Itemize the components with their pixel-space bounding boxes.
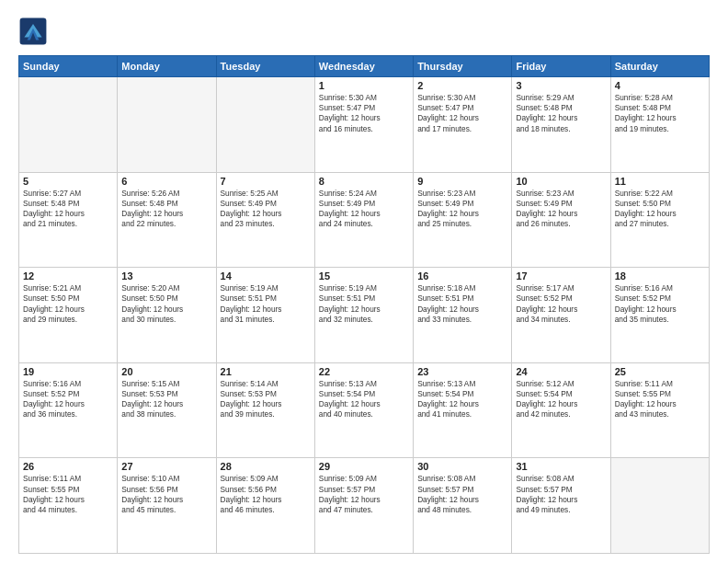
calendar-cell: 21Sunrise: 5:14 AM Sunset: 5:53 PM Dayli…	[216, 362, 314, 458]
day-info: Sunrise: 5:23 AM Sunset: 5:49 PM Dayligh…	[516, 189, 606, 230]
calendar-cell	[118, 77, 216, 173]
page: SundayMondayTuesdayWednesdayThursdayFrid…	[0, 0, 728, 563]
day-number: 8	[319, 176, 409, 187]
logo-icon	[18, 17, 48, 46]
calendar-cell: 6Sunrise: 5:26 AM Sunset: 5:48 PM Daylig…	[118, 172, 216, 268]
calendar-cell: 14Sunrise: 5:19 AM Sunset: 5:51 PM Dayli…	[216, 268, 314, 363]
calendar-cell: 27Sunrise: 5:10 AM Sunset: 5:56 PM Dayli…	[118, 458, 216, 554]
weekday-header-sunday: Sunday	[19, 56, 118, 77]
day-info: Sunrise: 5:30 AM Sunset: 5:47 PM Dayligh…	[319, 93, 409, 134]
day-number: 9	[417, 176, 507, 187]
day-info: Sunrise: 5:08 AM Sunset: 5:57 PM Dayligh…	[417, 474, 507, 515]
day-number: 12	[23, 270, 113, 282]
calendar-cell: 9Sunrise: 5:23 AM Sunset: 5:49 PM Daylig…	[414, 172, 512, 268]
logo	[18, 17, 51, 46]
day-number: 24	[516, 366, 606, 377]
day-info: Sunrise: 5:16 AM Sunset: 5:52 PM Dayligh…	[23, 379, 113, 420]
calendar-cell	[610, 458, 709, 554]
calendar-cell: 5Sunrise: 5:27 AM Sunset: 5:48 PM Daylig…	[19, 172, 118, 268]
weekday-header-wednesday: Wednesday	[314, 56, 413, 77]
calendar-cell: 28Sunrise: 5:09 AM Sunset: 5:56 PM Dayli…	[216, 458, 314, 554]
calendar-cell	[19, 77, 118, 173]
day-info: Sunrise: 5:16 AM Sunset: 5:52 PM Dayligh…	[615, 283, 705, 325]
day-number: 11	[615, 176, 705, 187]
day-info: Sunrise: 5:20 AM Sunset: 5:50 PM Dayligh…	[121, 283, 211, 325]
calendar-week-row: 1Sunrise: 5:30 AM Sunset: 5:47 PM Daylig…	[19, 77, 710, 173]
day-number: 16	[417, 270, 507, 282]
calendar-cell: 30Sunrise: 5:08 AM Sunset: 5:57 PM Dayli…	[414, 458, 512, 554]
day-number: 14	[221, 270, 311, 282]
day-number: 28	[221, 461, 311, 472]
day-number: 2	[417, 80, 507, 91]
calendar-cell: 1Sunrise: 5:30 AM Sunset: 5:47 PM Daylig…	[314, 77, 413, 173]
day-info: Sunrise: 5:13 AM Sunset: 5:54 PM Dayligh…	[417, 379, 507, 420]
day-number: 25	[615, 366, 705, 377]
day-info: Sunrise: 5:28 AM Sunset: 5:48 PM Dayligh…	[615, 93, 705, 134]
day-info: Sunrise: 5:10 AM Sunset: 5:56 PM Dayligh…	[121, 474, 211, 515]
calendar-cell: 23Sunrise: 5:13 AM Sunset: 5:54 PM Dayli…	[414, 362, 512, 458]
day-info: Sunrise: 5:19 AM Sunset: 5:51 PM Dayligh…	[319, 283, 409, 325]
day-info: Sunrise: 5:27 AM Sunset: 5:48 PM Dayligh…	[23, 189, 113, 230]
day-number: 20	[121, 366, 211, 377]
calendar-cell: 31Sunrise: 5:08 AM Sunset: 5:57 PM Dayli…	[512, 458, 610, 554]
calendar-cell: 2Sunrise: 5:30 AM Sunset: 5:47 PM Daylig…	[414, 77, 512, 173]
calendar-cell: 25Sunrise: 5:11 AM Sunset: 5:55 PM Dayli…	[610, 362, 709, 458]
day-number: 5	[23, 176, 113, 187]
calendar-cell: 7Sunrise: 5:25 AM Sunset: 5:49 PM Daylig…	[216, 172, 314, 268]
calendar-table: SundayMondayTuesdayWednesdayThursdayFrid…	[18, 55, 710, 554]
day-info: Sunrise: 5:08 AM Sunset: 5:57 PM Dayligh…	[516, 474, 606, 515]
weekday-header-saturday: Saturday	[610, 56, 709, 77]
calendar-cell: 22Sunrise: 5:13 AM Sunset: 5:54 PM Dayli…	[314, 362, 413, 458]
day-number: 19	[23, 366, 113, 377]
calendar-cell: 18Sunrise: 5:16 AM Sunset: 5:52 PM Dayli…	[610, 268, 709, 363]
day-number: 30	[417, 461, 507, 472]
day-info: Sunrise: 5:24 AM Sunset: 5:49 PM Dayligh…	[319, 189, 409, 230]
calendar-cell: 11Sunrise: 5:22 AM Sunset: 5:50 PM Dayli…	[610, 172, 709, 268]
day-number: 29	[319, 461, 409, 472]
day-info: Sunrise: 5:13 AM Sunset: 5:54 PM Dayligh…	[319, 379, 409, 420]
day-info: Sunrise: 5:30 AM Sunset: 5:47 PM Dayligh…	[417, 93, 507, 134]
day-info: Sunrise: 5:15 AM Sunset: 5:53 PM Dayligh…	[121, 379, 211, 420]
weekday-header-tuesday: Tuesday	[216, 56, 314, 77]
calendar-cell: 29Sunrise: 5:09 AM Sunset: 5:57 PM Dayli…	[314, 458, 413, 554]
header	[18, 17, 710, 46]
calendar-cell: 10Sunrise: 5:23 AM Sunset: 5:49 PM Dayli…	[512, 172, 610, 268]
day-number: 27	[121, 461, 211, 472]
day-number: 1	[319, 80, 409, 91]
calendar-week-row: 19Sunrise: 5:16 AM Sunset: 5:52 PM Dayli…	[19, 362, 710, 458]
calendar-cell: 16Sunrise: 5:18 AM Sunset: 5:51 PM Dayli…	[414, 268, 512, 363]
day-info: Sunrise: 5:21 AM Sunset: 5:50 PM Dayligh…	[23, 283, 113, 325]
calendar-cell: 4Sunrise: 5:28 AM Sunset: 5:48 PM Daylig…	[610, 77, 709, 173]
calendar-week-row: 26Sunrise: 5:11 AM Sunset: 5:55 PM Dayli…	[19, 458, 710, 554]
day-number: 15	[319, 270, 409, 282]
day-info: Sunrise: 5:11 AM Sunset: 5:55 PM Dayligh…	[615, 379, 705, 420]
day-info: Sunrise: 5:09 AM Sunset: 5:57 PM Dayligh…	[319, 474, 409, 515]
day-info: Sunrise: 5:26 AM Sunset: 5:48 PM Dayligh…	[121, 189, 211, 230]
day-number: 18	[615, 270, 705, 282]
calendar-cell: 20Sunrise: 5:15 AM Sunset: 5:53 PM Dayli…	[118, 362, 216, 458]
day-number: 4	[615, 80, 705, 91]
calendar-cell: 3Sunrise: 5:29 AM Sunset: 5:48 PM Daylig…	[512, 77, 610, 173]
day-info: Sunrise: 5:12 AM Sunset: 5:54 PM Dayligh…	[516, 379, 606, 420]
day-info: Sunrise: 5:17 AM Sunset: 5:52 PM Dayligh…	[516, 283, 606, 325]
day-info: Sunrise: 5:29 AM Sunset: 5:48 PM Dayligh…	[516, 93, 606, 134]
calendar-cell: 13Sunrise: 5:20 AM Sunset: 5:50 PM Dayli…	[118, 268, 216, 363]
calendar-cell: 17Sunrise: 5:17 AM Sunset: 5:52 PM Dayli…	[512, 268, 610, 363]
calendar-cell: 26Sunrise: 5:11 AM Sunset: 5:55 PM Dayli…	[19, 458, 118, 554]
day-number: 10	[516, 176, 606, 187]
day-number: 23	[417, 366, 507, 377]
day-info: Sunrise: 5:23 AM Sunset: 5:49 PM Dayligh…	[417, 189, 507, 230]
weekday-header-monday: Monday	[118, 56, 216, 77]
weekday-header-row: SundayMondayTuesdayWednesdayThursdayFrid…	[19, 56, 710, 77]
calendar-cell	[216, 77, 314, 173]
weekday-header-friday: Friday	[512, 56, 610, 77]
day-info: Sunrise: 5:14 AM Sunset: 5:53 PM Dayligh…	[221, 379, 311, 420]
calendar-week-row: 5Sunrise: 5:27 AM Sunset: 5:48 PM Daylig…	[19, 172, 710, 268]
day-info: Sunrise: 5:18 AM Sunset: 5:51 PM Dayligh…	[417, 283, 507, 325]
day-info: Sunrise: 5:11 AM Sunset: 5:55 PM Dayligh…	[23, 474, 113, 515]
day-number: 17	[516, 270, 606, 282]
calendar-cell: 8Sunrise: 5:24 AM Sunset: 5:49 PM Daylig…	[314, 172, 413, 268]
day-info: Sunrise: 5:09 AM Sunset: 5:56 PM Dayligh…	[221, 474, 311, 515]
day-info: Sunrise: 5:22 AM Sunset: 5:50 PM Dayligh…	[615, 189, 705, 230]
calendar-cell: 24Sunrise: 5:12 AM Sunset: 5:54 PM Dayli…	[512, 362, 610, 458]
